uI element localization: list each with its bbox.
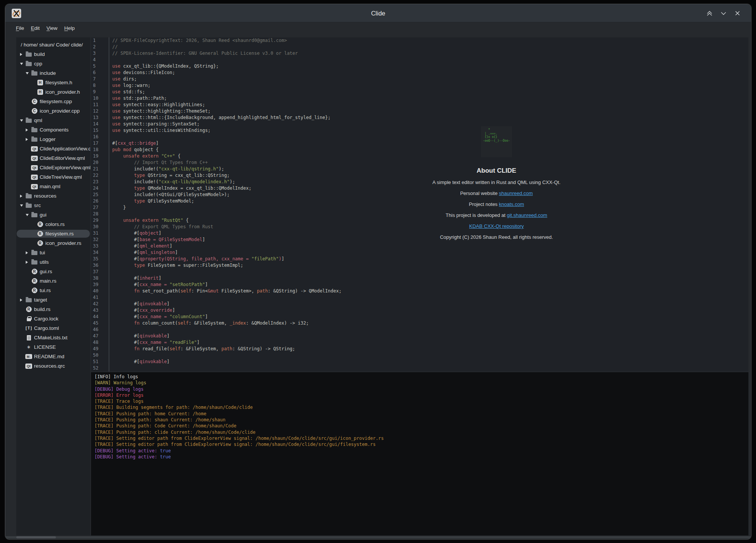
link-knoats-com[interactable]: knoats.com	[499, 201, 524, 207]
log-panel[interactable]: [INFO] Info logs[WARN] Warning logs[DEBU…	[91, 372, 748, 535]
menu-item-view[interactable]: View	[46, 25, 58, 32]
line-number: 30	[91, 224, 109, 230]
tree-item-label: icon_provider.h	[45, 89, 80, 95]
log-line: [TRACE] Pushing path: Code Current: /hom…	[94, 423, 748, 429]
rs-file-icon: R	[32, 278, 37, 284]
about-line: A simple text editor written in Rust and…	[402, 177, 591, 188]
tree-folder-resources[interactable]: resources	[16, 191, 90, 201]
code-editor[interactable]: 1// SPDX-FileCopyrightText: 2026, Shaun …	[91, 37, 748, 371]
horizontal-scrollbar[interactable]	[5, 536, 751, 538]
tree-file-resources-qrc[interactable]: Qtresources.qrc	[16, 361, 90, 371]
code-line-8: 8use log::warn;	[91, 82, 748, 89]
tree-item-label: main.qml	[40, 184, 60, 189]
menu-item-help[interactable]: Help	[63, 25, 76, 32]
line-number: 43	[91, 307, 109, 314]
tree-folder-utils[interactable]: utils	[16, 257, 90, 267]
scrollbar-thumb[interactable]	[16, 536, 56, 538]
tree-file-main-rs[interactable]: Rmain.rs	[16, 276, 90, 286]
link-kdab-cxx-qt-repository[interactable]: KDAB CXX-Qt repository	[469, 223, 524, 229]
line-number: 32	[91, 237, 109, 243]
tree-item-label: Cargo.lock	[34, 316, 59, 322]
line-number: 15	[91, 127, 109, 134]
code-line-38: 38 #[inherit]	[91, 275, 748, 282]
close-button[interactable]	[733, 9, 742, 18]
tree-file-cargo-toml[interactable]: [T]Cargo.toml	[16, 323, 90, 333]
tree-item-label: Components	[40, 127, 69, 133]
tree-folder-tui[interactable]: tui	[16, 248, 90, 257]
tree-item-label: colors.rs	[45, 221, 65, 227]
tree-file-icon-provider-cpp[interactable]: Cicon_provider.cpp	[16, 106, 90, 116]
tree-folder-target[interactable]: target	[16, 295, 90, 305]
link-shaunreed-com[interactable]: shaunreed.com	[499, 190, 533, 196]
menu-item-file[interactable]: File	[15, 25, 25, 32]
tree-file-filesystem-cpp[interactable]: Cfilesystem.cpp	[16, 97, 90, 106]
maximize-button[interactable]	[705, 9, 714, 18]
line-number: 8	[91, 82, 109, 89]
tree-folder-cpp[interactable]: cpp	[16, 59, 90, 68]
tree-root[interactable]: / home/ shaun/ Code/ clide/	[16, 40, 90, 50]
title-bar[interactable]: Clide	[5, 4, 751, 22]
tree-item-label: filesystem.cpp	[40, 99, 72, 104]
menu-item-edit[interactable]: Edit	[30, 25, 40, 32]
tree-file-cmakelists-txt[interactable]: CMakeLists.txt	[16, 333, 90, 342]
chevron-right-icon[interactable]	[20, 299, 22, 302]
tree-file-clideexplorerview-qml[interactable]: QtClideExplorerView.qml	[16, 163, 90, 172]
code-line-46: 46	[91, 326, 748, 333]
line-number: 35	[91, 256, 109, 262]
log-line: [INFO] Info logs	[94, 374, 748, 380]
chevron-right-icon[interactable]	[20, 53, 22, 56]
minimize-button[interactable]	[719, 9, 728, 18]
tree-file-tui-rs[interactable]: Rtui.rs	[16, 286, 90, 295]
tree-file-gui-rs[interactable]: Rgui.rs	[16, 267, 90, 276]
chevron-right-icon[interactable]	[26, 128, 28, 131]
tree-file-clideeditorview-qml[interactable]: QtClideEditorView.qml	[16, 153, 90, 163]
tree-file-readme-md[interactable]: M↓README.md	[16, 352, 90, 361]
tree-folder-components[interactable]: Components	[16, 125, 90, 135]
tree-folder-build[interactable]: build	[16, 50, 90, 59]
chevron-right-icon[interactable]	[26, 261, 28, 264]
chevron-right-icon[interactable]	[26, 138, 28, 141]
code-line-11: 11use syntect::easy::HighlightLines;	[91, 102, 748, 108]
tree-folder-qml[interactable]: qml	[16, 116, 90, 125]
line-number: 25	[91, 192, 109, 198]
code-line-3: 3// SPDX-License-Identifier: GNU General…	[91, 50, 748, 57]
tree-file-license[interactable]: ✶LICENSE	[16, 342, 90, 352]
chevron-down-icon[interactable]	[20, 119, 23, 122]
about-panel: * | .===. {}o o{} -ooO--(_)--Ooo- About …	[402, 126, 591, 243]
chevron-right-icon[interactable]	[26, 251, 28, 254]
tree-item-label: Cargo.toml	[34, 325, 59, 331]
line-number: 34	[91, 249, 109, 256]
file-tree-panel[interactable]: / home/ shaun/ Code/ clide/buildcppinclu…	[16, 37, 90, 535]
tree-file-main-qml[interactable]: Qtmain.qml	[16, 182, 90, 191]
license-file-icon: ✶	[27, 345, 31, 350]
link-git-shaunreed-com[interactable]: git.shaunreed.com	[507, 212, 547, 218]
chevron-right-icon[interactable]	[20, 195, 22, 198]
chevron-down-icon[interactable]	[26, 214, 29, 216]
qt-file-icon: Qt	[31, 165, 38, 170]
chevron-down-icon[interactable]	[26, 72, 29, 74]
rs-file-icon: R	[37, 231, 43, 237]
log-line: [TRACE] Setting editor path from ClideEx…	[94, 435, 748, 441]
tree-file-icon-provider-rs[interactable]: Ricon_provider.rs	[16, 238, 90, 248]
tree-folder-logger[interactable]: Logger	[16, 135, 90, 144]
code-line-36: 36 type FileSystem = super::FileSystemIm…	[91, 262, 748, 269]
rs-file-icon: R	[26, 306, 32, 312]
tree-file-colors-rs[interactable]: Rcolors.rs	[16, 220, 90, 229]
tree-file-clideapplicationview-qml[interactable]: QtClideApplicationView.qml	[16, 144, 90, 153]
tree-file-build-rs[interactable]: Rbuild.rs	[16, 305, 90, 314]
chevron-down-icon[interactable]	[20, 63, 23, 65]
tree-file-icon-provider-h[interactable]: Hicon_provider.h	[16, 87, 90, 97]
tree-folder-gui[interactable]: gui	[16, 210, 90, 220]
md-file-icon: M↓	[25, 354, 32, 359]
code-line-43: 43 #[cxx_override]	[91, 307, 748, 314]
tree-file-filesystem-h[interactable]: Hfilesystem.h	[16, 78, 90, 87]
chevron-down-icon[interactable]	[20, 204, 23, 207]
tree-file-cargo-lock[interactable]: Cargo.lock	[16, 314, 90, 323]
tree-file-filesystem-rs[interactable]: Rfilesystem.rs	[16, 229, 90, 238]
tree-folder-include[interactable]: include	[16, 68, 90, 78]
tree-folder-src[interactable]: src	[16, 201, 90, 210]
line-number: 38	[91, 275, 109, 282]
folder-icon	[31, 251, 37, 255]
lock-file-icon	[27, 318, 31, 321]
tree-file-clidetreeview-qml[interactable]: QtClideTreeView.qml	[16, 172, 90, 182]
